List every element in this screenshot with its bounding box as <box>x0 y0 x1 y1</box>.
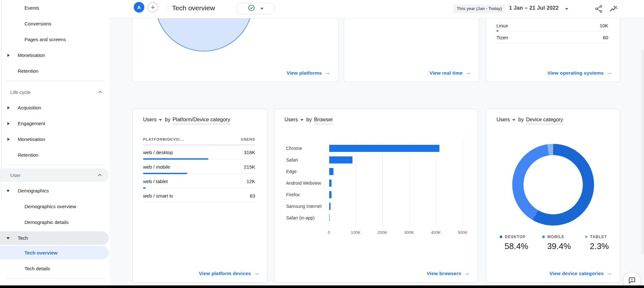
row-divider <box>143 202 255 203</box>
bar <box>329 156 352 163</box>
legend-percentage: 58.4% <box>505 241 528 251</box>
sidebar-item-pages-and-screens[interactable]: Pages and screens <box>0 32 110 47</box>
sidebar-item-demographics-overview[interactable]: Demographics overview <box>0 199 110 214</box>
share-icon[interactable] <box>594 4 603 13</box>
date-preset-chip[interactable]: This year (Jan - Today) <box>454 5 505 13</box>
report-nav-sidebar: EventsConversionsPages and screensMoneti… <box>0 0 110 285</box>
dimension-selector[interactable]: Platform/Device category <box>173 117 230 124</box>
sidebar-item-demographic-details[interactable]: Demographic details <box>0 214 110 230</box>
row-label: web / tablet <box>143 179 168 184</box>
realtime-card: View real time→ <box>344 18 479 82</box>
view-operating-systems-link[interactable]: View operating systems→ <box>547 70 612 76</box>
legend-label: DESKTOP <box>505 235 526 239</box>
sidebar-item-label: Demographics <box>18 188 49 193</box>
sidebar-item-demographics[interactable]: Demographics <box>0 183 110 199</box>
sidebar-section-user[interactable]: User <box>0 168 109 182</box>
dimension-selector[interactable]: Browser <box>314 117 333 124</box>
bar-category-label: Android Webview <box>286 177 326 189</box>
sidebar-item-monetisation[interactable]: Monetisation <box>0 131 110 147</box>
table-body: web / desktop318Kweb / mobile215Kweb / t… <box>143 145 255 203</box>
x-axis-tick-label: 100K <box>351 230 360 235</box>
operating-systems-card: Linux10KTizen60 View operating systems→ <box>486 18 620 82</box>
feedback-bubble-icon <box>628 276 636 285</box>
legend-dot-icon <box>585 236 588 238</box>
avatar[interactable]: A <box>134 2 144 13</box>
os-list: Linux10KTizen60 <box>496 20 608 43</box>
metric-selector[interactable]: Users <box>143 117 157 123</box>
bar <box>329 180 332 187</box>
legend-percentage: 2.3% <box>590 241 609 251</box>
bar <box>329 203 331 210</box>
page-scrollbar-thumb[interactable] <box>641 50 644 254</box>
platform-bubble-chart <box>155 18 253 51</box>
view-platforms-link[interactable]: View platforms→ <box>287 70 330 76</box>
sidebar-item-label: Conversions <box>24 21 51 26</box>
sidebar-item-label: Engagement <box>18 121 45 126</box>
dimension-selector[interactable]: Device category <box>526 117 563 124</box>
platform-device-table: PLATFORM/DEVIC… USERS web / desktop318Kw… <box>143 137 255 203</box>
metric-selector[interactable]: Users <box>284 117 298 123</box>
add-comparison-button[interactable]: + <box>148 2 158 13</box>
table-row: web / tablet12K <box>143 174 255 189</box>
date-range-selector[interactable]: 1 Jan – 21 Jul 2022 <box>509 5 559 11</box>
sidebar-item-events[interactable]: Events <box>0 0 110 16</box>
sidebar-item-tech-details[interactable]: Tech details <box>0 261 110 276</box>
legend-dot-icon <box>542 236 545 238</box>
metric-selector[interactable]: Users <box>496 117 510 123</box>
row-value: 10K <box>600 23 608 28</box>
view-device-categories-link[interactable]: View device categories→ <box>549 270 612 276</box>
row-divider <box>496 31 608 31</box>
legend-dot-icon <box>500 236 502 238</box>
by-label: by <box>165 117 170 123</box>
arrow-right-icon <box>7 106 10 109</box>
report-content: View platforms→ View real time→ Linux10K… <box>110 18 644 285</box>
sidebar-item-retention[interactable]: Retention <box>0 147 110 163</box>
x-axis-tick-label: 400K <box>431 230 441 235</box>
sidebar-item-monetisation[interactable]: Monetisation <box>0 47 110 63</box>
view-real-time-link[interactable]: View real time→ <box>429 70 471 76</box>
row-label: web / desktop <box>143 150 173 155</box>
by-label: by <box>518 117 524 123</box>
data-quality-badge[interactable] <box>236 3 275 14</box>
arrow-down-icon <box>6 190 10 192</box>
sidebar-item-label: Acquisition <box>18 105 41 110</box>
sidebar-item-label: Pages and screens <box>24 37 66 42</box>
row-share-bar <box>496 30 498 32</box>
sidebar-item-engagement[interactable]: Engagement <box>0 116 110 131</box>
gridline <box>382 141 383 227</box>
sidebar-item-acquisition[interactable]: Acquisition <box>0 100 110 116</box>
sidebar-section-label: User <box>10 172 21 178</box>
view-browsers-link[interactable]: View browsers→ <box>427 270 470 276</box>
sidebar-section-label: Life cycle <box>10 89 31 95</box>
sidebar-section-life-cycle[interactable]: Life cycle <box>0 84 110 100</box>
sidebar-item-conversions[interactable]: Conversions <box>0 16 110 32</box>
device-donut-chart <box>512 144 594 226</box>
row-divider <box>496 43 608 43</box>
bar <box>329 168 333 175</box>
sidebar-item-label: Tech details <box>24 266 50 271</box>
sidebar-item-tech-overview[interactable]: Tech overview <box>0 246 109 259</box>
arrow-right-icon <box>7 138 10 141</box>
gridline <box>463 141 463 227</box>
chevron-down-icon <box>260 8 264 10</box>
column-header-dimension: PLATFORM/DEVIC… <box>143 137 184 141</box>
arrow-right-icon: → <box>607 270 612 276</box>
sidebar-divider <box>6 81 105 81</box>
donut-legend: DESKTOP58.4%MOBILE39.4%TABLET2.3% <box>500 235 609 251</box>
legend-label-row: DESKTOP <box>500 235 528 239</box>
sidebar-item-label: Demographic details <box>24 219 69 225</box>
by-label: by <box>306 117 312 123</box>
sidebar-item-label: Tech <box>18 235 28 241</box>
row-value: 60 <box>603 35 608 40</box>
legend-percentage: 39.4% <box>547 241 571 251</box>
chevron-down-icon <box>159 119 162 121</box>
row-label: Linux <box>496 23 508 28</box>
row-value: 215K <box>244 164 255 170</box>
insights-icon[interactable] <box>609 4 618 13</box>
bar-category-label: Chrome <box>286 143 326 154</box>
sidebar-item-retention[interactable]: Retention <box>0 63 110 79</box>
sidebar-item-tech[interactable]: Tech <box>0 231 109 245</box>
bar-category-label: Samsung Internet <box>286 200 326 212</box>
view-platform-devices-link[interactable]: View platform devices→ <box>199 270 259 276</box>
arrow-right-icon: → <box>466 70 471 76</box>
